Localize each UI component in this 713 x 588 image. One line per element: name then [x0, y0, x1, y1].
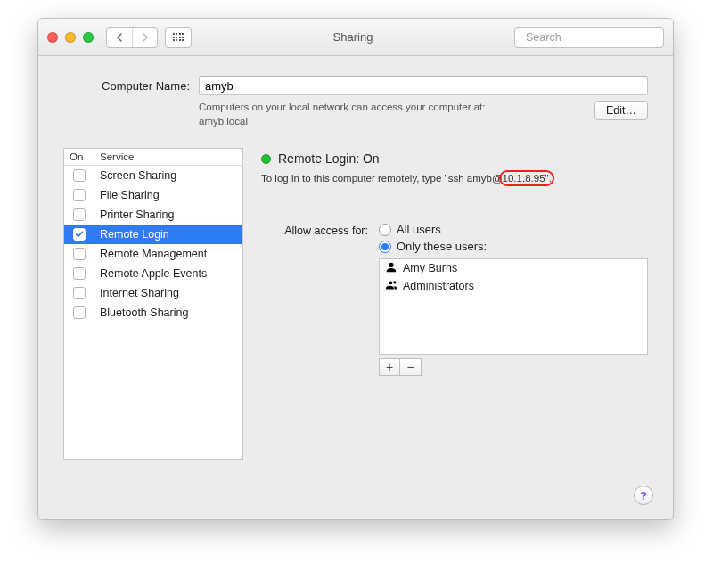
radio-icon: [379, 241, 391, 253]
service-label: File Sharing: [94, 189, 242, 201]
close-window-button[interactable]: [47, 32, 58, 43]
allow-access-label: Allow access for:: [261, 223, 368, 237]
computer-name-input[interactable]: [199, 76, 648, 95]
service-checkbox[interactable]: [73, 267, 86, 280]
service-checkbox[interactable]: [73, 306, 86, 319]
service-label: Bluetooth Sharing: [94, 306, 242, 319]
ip-highlight-annotation: [499, 170, 554, 186]
service-checkbox[interactable]: [73, 287, 86, 299]
back-button[interactable]: [107, 28, 132, 47]
service-detail: Remote Login: On To log in to this compu…: [261, 148, 648, 460]
service-row[interactable]: Screen Sharing: [64, 166, 242, 185]
login-instruction: To log in to this computer remotely, typ…: [261, 173, 648, 184]
service-checkbox[interactable]: [73, 189, 86, 201]
forward-button[interactable]: [132, 28, 157, 47]
help-button[interactable]: ?: [634, 486, 653, 505]
service-row[interactable]: Printer Sharing: [64, 205, 242, 225]
titlebar: Sharing: [38, 19, 673, 56]
allow-access-row: Allow access for: All users Only these u…: [261, 223, 648, 376]
status-line: Remote Login: On: [261, 151, 648, 166]
service-label: Screen Sharing: [94, 169, 242, 182]
user-icon: [385, 261, 397, 276]
add-user-button[interactable]: +: [379, 358, 400, 376]
remove-user-button[interactable]: −: [400, 358, 422, 376]
nav-back-forward: [106, 27, 158, 48]
window-controls: [47, 32, 94, 43]
service-row[interactable]: File Sharing: [64, 185, 242, 205]
allow-all-users-label: All users: [397, 223, 441, 236]
service-label: Printer Sharing: [94, 208, 242, 221]
service-row[interactable]: Bluetooth Sharing: [64, 303, 242, 323]
search-field[interactable]: [514, 27, 664, 48]
allowed-user-name: Amy Burns: [403, 262, 457, 274]
service-label: Remote Login: [94, 228, 242, 241]
service-label: Remote Management: [94, 248, 242, 260]
allow-only-these-users-option[interactable]: Only these users:: [379, 240, 648, 253]
services-list[interactable]: Screen SharingFile SharingPrinter Sharin…: [64, 166, 242, 459]
service-label: Internet Sharing: [94, 287, 242, 299]
chevron-right-icon: [142, 33, 149, 42]
computer-name-label: Computer Name:: [63, 79, 190, 93]
search-input[interactable]: [526, 31, 666, 44]
sharing-body: On Service Screen SharingFile SharingPri…: [38, 141, 673, 472]
window-title: Sharing: [199, 30, 507, 44]
allow-only-these-users-label: Only these users:: [397, 240, 487, 253]
service-row[interactable]: Remote Management: [64, 244, 242, 264]
allowed-user-name: Administrators: [403, 280, 474, 292]
sharing-preferences-window: Sharing Computer Name: Computers on your…: [37, 18, 674, 520]
computer-name-subtext: Computers on your local network can acce…: [199, 101, 580, 128]
services-table: On Service Screen SharingFile SharingPri…: [63, 148, 243, 460]
allowed-users-list[interactable]: Amy BurnsAdministrators: [379, 258, 648, 355]
user-list-controls: + −: [379, 358, 648, 376]
allow-access-radio-group: All users Only these users:: [379, 223, 648, 253]
service-row[interactable]: Remote Apple Events: [64, 264, 242, 283]
service-row[interactable]: Remote Login: [64, 225, 242, 244]
service-checkbox[interactable]: [73, 228, 86, 241]
allowed-user-row[interactable]: Amy Burns: [380, 259, 647, 277]
services-header: On Service: [64, 149, 242, 166]
status-title: Remote Login: On: [278, 151, 380, 166]
zoom-window-button[interactable]: [83, 32, 94, 43]
service-row[interactable]: Internet Sharing: [64, 283, 242, 303]
computer-name-section: Computer Name: Computers on your local n…: [38, 56, 673, 141]
service-checkbox[interactable]: [73, 208, 86, 221]
allowed-user-row[interactable]: Administrators: [380, 277, 647, 295]
service-checkbox[interactable]: [73, 248, 86, 260]
service-checkbox[interactable]: [73, 169, 86, 182]
services-header-on: On: [64, 149, 94, 165]
show-all-button[interactable]: [165, 27, 192, 48]
status-indicator-icon: [261, 154, 271, 164]
chevron-left-icon: [116, 33, 123, 42]
radio-icon: [379, 224, 391, 236]
users-icon: [385, 279, 397, 294]
services-header-service: Service: [94, 149, 242, 165]
minimize-window-button[interactable]: [65, 32, 76, 43]
edit-hostname-button[interactable]: Edit…: [594, 101, 648, 120]
allow-all-users-option[interactable]: All users: [379, 223, 648, 236]
grid-icon: [173, 33, 184, 41]
service-label: Remote Apple Events: [94, 267, 242, 280]
